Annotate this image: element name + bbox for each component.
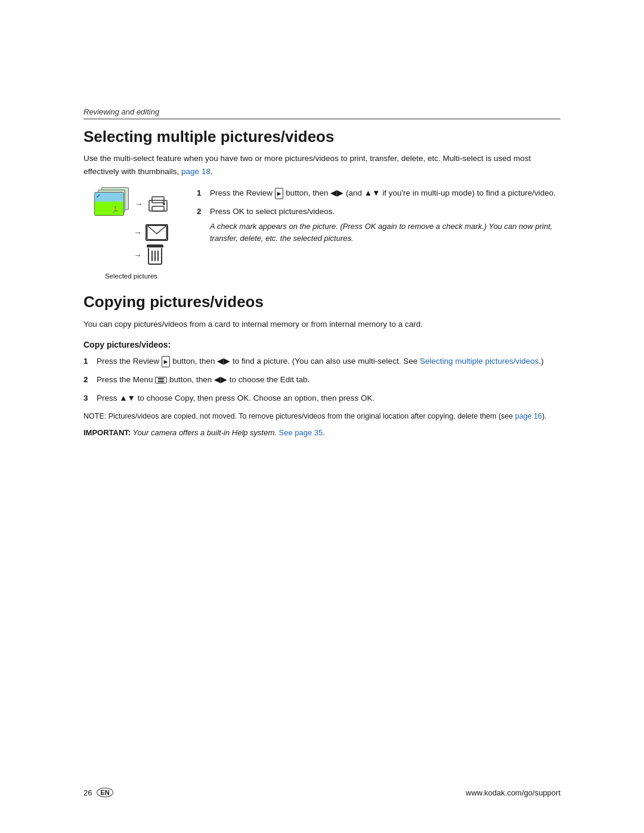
svg-point-3 — [163, 203, 165, 205]
s2-step3-text: Press ▲▼ to choose Copy, then press OK. … — [97, 394, 374, 402]
step2: 2 Press OK to select pictures/videos. A … — [197, 206, 561, 244]
important-bold: IMPORTANT: — [83, 428, 131, 437]
s2-step3: 3 Press ▲▼ to choose Copy, then press OK… — [83, 392, 561, 405]
illus-row-trash: → — [134, 244, 165, 266]
page35-link[interactable]: See page 35 — [279, 428, 323, 437]
s2-step2: 2 Press the Menu button, then ◀▶ to choo… — [83, 374, 561, 386]
illus-row-printer: 🏃 ✓ → — [93, 187, 169, 221]
s2-step2-num: 2 — [83, 374, 94, 386]
steps-area: 1 Press the Review ▶ button, then ◀▶ (an… — [197, 187, 561, 250]
s2-step1-num: 1 — [83, 355, 94, 368]
step2-italic: A check mark appears on the picture. (Pr… — [210, 221, 561, 244]
step1-num: 1 — [197, 187, 208, 200]
printer-svg — [147, 194, 169, 213]
page-num-area: 26 EN — [83, 788, 113, 797]
email-icon — [145, 224, 168, 241]
trash-icon — [145, 244, 165, 266]
footer: 26 EN www.kodak.com/go/support — [83, 788, 561, 797]
section1-intro: Use the multi-select feature when you ha… — [83, 152, 561, 178]
email-svg — [147, 224, 167, 241]
pic-figure-icon: 🏃 — [112, 206, 119, 213]
menu-btn — [155, 377, 167, 383]
svg-rect-1 — [152, 197, 164, 203]
review-btn: ▶ — [275, 188, 284, 199]
trash-body — [148, 248, 162, 265]
review-btn2: ▶ — [162, 356, 171, 367]
printer-icon — [147, 194, 169, 213]
trash-line3 — [157, 250, 159, 261]
important-text: IMPORTANT: Your camera offers a built-in… — [83, 427, 561, 439]
illustrations: 🏃 ✓ → — [93, 187, 169, 270]
step1-content: Press the Review ▶ button, then ◀▶ (and … — [210, 187, 561, 200]
section1-title: Selecting multiple pictures/videos — [83, 128, 561, 146]
s2-step1-text: Press the Review ▶ button, then ◀▶ to fi… — [97, 357, 544, 366]
step1-text: Press the Review ▶ button, then ◀▶ (and … — [210, 188, 556, 197]
s2-step1: 1 Press the Review ▶ button, then ◀▶ to … — [83, 355, 561, 368]
arrow-right-icon3: → — [134, 250, 142, 260]
page-number: 26 — [83, 788, 92, 797]
s2-step2-text: Press the Menu button, then ◀▶ to choose… — [97, 375, 309, 384]
s2-step1-content: Press the Review ▶ button, then ◀▶ to fi… — [97, 355, 561, 368]
trash-lid — [147, 244, 163, 247]
page18-link[interactable]: page 18 — [181, 167, 210, 176]
trash-line2 — [154, 250, 156, 261]
page16-link[interactable]: page 16 — [515, 412, 542, 420]
step1: 1 Press the Review ▶ button, then ◀▶ (an… — [197, 187, 561, 200]
section2-title: Copying pictures/videos — [83, 293, 561, 311]
svg-rect-2 — [152, 206, 164, 211]
multiselect-link[interactable]: Selecting multiple pictures/videos — [420, 357, 539, 366]
s2-step2-content: Press the Menu button, then ◀▶ to choose… — [97, 374, 561, 386]
step2-text: Press OK to select pictures/videos. — [210, 207, 335, 216]
section-label: Reviewing and editing — [83, 107, 561, 116]
checkmark-icon: ✓ — [96, 193, 101, 199]
step2-content: Press OK to select pictures/videos. A ch… — [210, 206, 561, 244]
pic-card-front: 🏃 ✓ — [94, 192, 124, 216]
step2-num: 2 — [197, 206, 208, 218]
important-italic: Your camera offers a built-in Help syste… — [131, 428, 277, 437]
website: www.kodak.com/go/support — [466, 788, 561, 797]
section-divider — [83, 119, 561, 119]
section1-content: 🏃 ✓ → — [83, 187, 561, 281]
picture-stack: 🏃 ✓ — [93, 187, 131, 221]
caption-text: Selected pictures — [105, 272, 157, 281]
section2: Copying pictures/videos You can copy pic… — [83, 293, 561, 439]
arrow-right-icon2: → — [134, 228, 142, 237]
illus-row-email: → — [134, 224, 168, 241]
subsection-title: Copy pictures/videos: — [83, 340, 561, 349]
page: Reviewing and editing Selecting multiple… — [0, 0, 644, 833]
trash-line1 — [151, 250, 153, 261]
section2-intro: You can copy pictures/videos from a card… — [83, 318, 561, 331]
note-text: NOTE: Pictures/videos are copied, not mo… — [83, 411, 561, 422]
arrow-right-icon: → — [135, 199, 143, 209]
illustration-area: 🏃 ✓ → — [83, 187, 179, 281]
s2-step3-num: 3 — [83, 392, 94, 405]
en-badge: EN — [97, 788, 113, 797]
s2-step3-content: Press ▲▼ to choose Copy, then press OK. … — [97, 392, 561, 405]
